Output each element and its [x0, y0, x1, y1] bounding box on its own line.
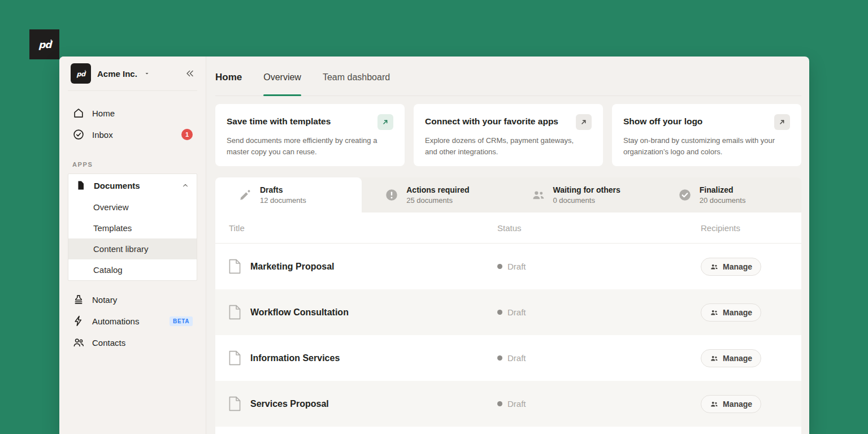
table-row[interactable]: Services Proposal Draft Manage — [215, 381, 801, 427]
table-row[interactable]: Marketing Proposal Draft Manage — [215, 244, 801, 289]
card-save-time-with-templates[interactable]: Save time with templates Send documents … — [215, 104, 405, 166]
sidebar-nav: Home Inbox 1 APPS Documents — [59, 91, 206, 353]
doc-tab-count: 25 documents — [406, 196, 469, 205]
sidebar-item-contacts[interactable]: Contacts — [68, 332, 197, 353]
file-icon — [229, 396, 241, 411]
sidebar-subitem-templates[interactable]: Templates — [68, 218, 197, 238]
workspace-name[interactable]: Acme Inc. — [97, 69, 137, 79]
card-title: Connect with your favorite apps — [425, 114, 558, 127]
card-description: Explore dozens of CRMs, payment gateways… — [425, 135, 579, 157]
svg-text:pd: pd — [76, 70, 86, 78]
promo-cards: Save time with templates Send documents … — [215, 104, 801, 166]
documents-table: Title Status Recipients Marketing Propos… — [215, 212, 801, 434]
sidebar-item-home[interactable]: Home — [68, 102, 197, 124]
inbox-check-icon — [72, 128, 85, 141]
workspace-switcher[interactable]: pd Acme Inc. — [59, 57, 206, 90]
arrow-up-right-icon[interactable] — [377, 114, 393, 130]
sidebar-item-label: Notary — [92, 295, 117, 305]
file-icon — [229, 350, 241, 366]
stamp-icon — [72, 293, 85, 306]
document-title[interactable]: Information Services — [250, 353, 340, 363]
doc-tab-count: 20 documents — [700, 196, 746, 205]
sidebar-item-inbox[interactable]: Inbox 1 — [68, 124, 197, 145]
people-icon — [531, 188, 546, 202]
doc-tab-count: 0 documents — [553, 196, 620, 205]
manage-recipients-button[interactable]: Manage — [701, 395, 761, 413]
manage-button-label: Manage — [723, 262, 752, 271]
doc-tab-label: Actions required — [406, 185, 469, 194]
tab-drafts[interactable]: Drafts 12 documents — [215, 177, 362, 212]
chevron-up-icon[interactable] — [181, 181, 190, 190]
beta-badge: BETA — [170, 316, 193, 326]
alert-circle-icon — [384, 188, 399, 202]
column-header-title: Title — [229, 223, 497, 233]
collapse-sidebar-icon[interactable] — [184, 68, 196, 79]
page-title: Home — [215, 70, 242, 96]
table-row[interactable]: Information Services Draft Manage — [215, 335, 801, 381]
tab-overview[interactable]: Overview — [263, 70, 301, 96]
document-title[interactable]: Services Proposal — [250, 399, 329, 409]
sidebar-subitem-catalog[interactable]: Catalog — [68, 259, 197, 280]
top-tab-bar: Home Overview Team dashboard — [215, 57, 801, 96]
tab-finalized[interactable]: Finalized 20 documents — [655, 177, 801, 212]
inbox-count-badge: 1 — [181, 129, 193, 140]
status-dot — [497, 310, 502, 315]
card-show-off-your-logo[interactable]: Show off your logo Stay on-brand by cust… — [612, 104, 801, 166]
doc-tab-label: Waiting for others — [553, 185, 620, 194]
people-icon — [710, 308, 719, 317]
sidebar-item-label: Home — [92, 108, 115, 118]
manage-button-label: Manage — [723, 400, 752, 409]
status-dot — [497, 401, 502, 406]
chevron-down-icon[interactable] — [144, 70, 150, 77]
document-title[interactable]: Marketing Proposal — [250, 262, 334, 272]
sidebar-item-label: Automations — [92, 316, 139, 326]
column-header-recipients: Recipients — [701, 223, 788, 233]
apps-section-label: APPS — [72, 161, 197, 168]
people-icon — [710, 354, 719, 363]
file-icon — [229, 305, 241, 320]
status-dot — [497, 264, 502, 269]
card-description: Stay on-brand by customizing emails with… — [623, 135, 777, 157]
status-label: Draft — [507, 353, 526, 363]
tab-actions-required[interactable]: Actions required 25 documents — [362, 177, 508, 212]
workspace-logo[interactable]: pd — [71, 63, 91, 84]
card-connect-favorite-apps[interactable]: Connect with your favorite apps Explore … — [414, 104, 603, 166]
status-label: Draft — [507, 307, 526, 317]
sidebar-item-label: Contacts — [92, 338, 125, 348]
documents-group: Documents Overview Templates Content lib… — [68, 173, 197, 281]
manage-recipients-button[interactable]: Manage — [701, 303, 761, 322]
sidebar: pd Acme Inc. Home — [59, 57, 206, 434]
sidebar-item-automations[interactable]: Automations BETA — [68, 310, 197, 332]
home-icon — [72, 107, 85, 119]
manage-recipients-button[interactable]: Manage — [701, 258, 761, 276]
file-icon — [229, 259, 241, 274]
document-title[interactable]: Workflow Consultation — [250, 307, 349, 318]
document-status-tabs: Drafts 12 documents Actions required 25 … — [215, 177, 801, 212]
people-icon — [710, 262, 719, 271]
status-label: Draft — [507, 262, 526, 271]
sidebar-item-notary[interactable]: Notary — [68, 289, 197, 310]
doc-tab-label: Drafts — [260, 185, 306, 194]
sidebar-subitem-content-library[interactable]: Content library — [68, 238, 197, 259]
pandadoc-mark-icon: pd — [75, 67, 87, 80]
check-circle-icon — [678, 188, 692, 202]
arrow-up-right-icon[interactable] — [774, 114, 790, 130]
tab-team-dashboard[interactable]: Team dashboard — [323, 70, 390, 96]
tab-waiting-for-others[interactable]: Waiting for others 0 documents — [509, 177, 655, 212]
arrow-up-right-icon[interactable] — [576, 114, 592, 130]
column-header-status: Status — [497, 223, 701, 233]
table-row[interactable]: Workflow Consultation Draft Manage — [215, 289, 801, 335]
page-background: pd pd Acme Inc. — [0, 0, 868, 434]
sidebar-item-label: Documents — [94, 181, 140, 190]
doc-tab-count: 12 documents — [260, 196, 306, 205]
card-title: Show off your logo — [623, 114, 702, 127]
manage-recipients-button[interactable]: Manage — [701, 349, 761, 367]
doc-tab-label: Finalized — [700, 185, 746, 194]
manage-button-label: Manage — [723, 354, 752, 363]
sidebar-subitem-overview[interactable]: Overview — [68, 197, 197, 218]
pandadoc-logo: pd — [29, 29, 59, 59]
pandadoc-mark-icon: pd — [35, 35, 54, 54]
sidebar-item-documents[interactable]: Documents — [68, 174, 197, 197]
card-description: Send documents more efficiently by creat… — [227, 135, 380, 157]
people-icon — [710, 400, 719, 409]
